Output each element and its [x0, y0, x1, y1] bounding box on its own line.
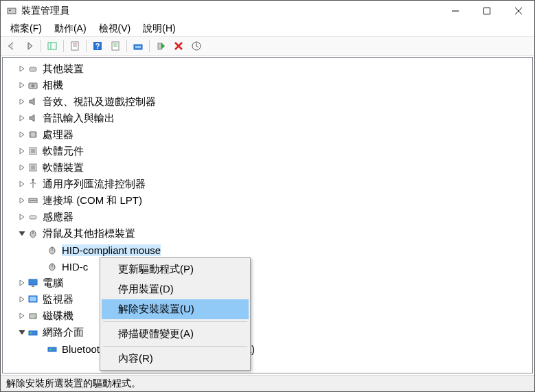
device-tree[interactable]: 其他裝置相機音效、視訊及遊戲控制器音訊輸入與輸出處理器軟體元件軟體裝置通用序列匯… [2, 57, 533, 373]
update-driver-icon[interactable] [130, 38, 146, 54]
uninstall-icon[interactable] [170, 38, 187, 54]
action-icon[interactable] [107, 38, 124, 54]
category-label: 連接埠 (COM 和 LPT) [43, 194, 142, 207]
close-button[interactable] [503, 1, 534, 21]
ctx-scan-hardware[interactable]: 掃描硬體變更(A) [102, 324, 249, 344]
tree-device[interactable]: Bluetooth Device (Personal Area Network) [3, 341, 532, 357]
svg-rect-31 [31, 165, 35, 170]
expander-icon[interactable] [16, 181, 27, 187]
tree-category[interactable]: 連接埠 (COM 和 LPT) [3, 192, 532, 209]
svg-rect-37 [30, 216, 36, 219]
device-category-icon [27, 228, 40, 239]
tree-category[interactable]: 音效、視訊及遊戲控制器 [3, 93, 532, 110]
title-bar: 裝置管理員 [1, 1, 534, 21]
menu-action[interactable]: 動作(A) [50, 21, 91, 36]
category-label: 相機 [43, 79, 63, 92]
help-icon[interactable]: ? [89, 38, 106, 54]
category-label: 通用序列匯流排控制器 [43, 178, 146, 191]
properties-icon[interactable] [67, 38, 83, 54]
svg-rect-48 [30, 314, 36, 319]
device-category-icon [27, 310, 40, 321]
svg-rect-51 [30, 332, 32, 334]
enable-device-icon[interactable] [152, 38, 169, 54]
forward-button[interactable] [21, 38, 38, 54]
show-hide-tree-button[interactable] [44, 38, 60, 54]
svg-point-36 [34, 200, 36, 201]
svg-point-35 [32, 200, 34, 201]
expander-icon[interactable] [16, 82, 27, 89]
expander-icon[interactable] [16, 131, 27, 138]
app-icon [6, 5, 17, 16]
tree-category[interactable]: 相機 [3, 77, 532, 93]
expander-icon[interactable] [16, 65, 27, 72]
ctx-update-driver[interactable]: 更新驅動程式(P) [102, 260, 249, 279]
scan-hardware-icon[interactable] [188, 38, 205, 54]
svg-rect-1 [9, 10, 11, 11]
tree-category[interactable]: 軟體裝置 [3, 159, 532, 176]
svg-rect-29 [31, 149, 35, 153]
expander-icon[interactable] [16, 214, 27, 220]
svg-rect-20 [30, 67, 36, 71]
menu-view[interactable]: 檢視(V) [95, 21, 135, 36]
expander-icon[interactable] [16, 164, 27, 171]
ctx-disable-device[interactable]: 停用裝置(D) [102, 279, 249, 299]
device-category-icon [27, 129, 40, 140]
tree-category[interactable]: 處理器 [3, 126, 532, 143]
device-category-icon [27, 146, 40, 157]
expander-icon[interactable] [16, 148, 27, 154]
tree-device[interactable]: HID-compliant mouse [3, 242, 532, 258]
tree-category[interactable]: 磁碟機 [3, 308, 532, 324]
category-label: 電腦 [43, 277, 63, 290]
tree-category[interactable]: 通用序列匯流排控制器 [3, 176, 532, 192]
device-category-icon [27, 178, 40, 189]
menu-bar: 檔案(F) 動作(A) 檢視(V) 說明(H) [1, 21, 534, 36]
svg-rect-18 [158, 43, 161, 49]
expander-icon[interactable] [16, 197, 27, 204]
tree-category[interactable]: 感應器 [3, 209, 532, 225]
expander-icon[interactable] [16, 230, 27, 237]
tree-category[interactable]: 監視器 [3, 291, 532, 308]
device-icon [47, 244, 59, 255]
ctx-divider [103, 346, 247, 347]
category-label: 處理器 [43, 128, 73, 141]
tree-category[interactable]: 電腦 [3, 275, 532, 291]
window-title: 裝置管理員 [21, 5, 440, 17]
ctx-properties[interactable]: 內容(R) [102, 349, 249, 369]
category-label: 磁碟機 [43, 310, 73, 323]
device-category-icon [27, 162, 40, 173]
ctx-uninstall-device[interactable]: 解除安裝裝置(U) [102, 299, 249, 319]
expander-icon[interactable] [16, 312, 27, 319]
svg-rect-0 [8, 8, 16, 14]
tree-category[interactable]: 音訊輸入與輸出 [3, 110, 532, 126]
expander-icon[interactable] [16, 115, 27, 122]
device-icon [47, 343, 59, 354]
expander-icon[interactable] [16, 296, 27, 303]
svg-text:?: ? [95, 42, 100, 50]
menu-file[interactable]: 檔案(F) [6, 21, 46, 36]
expander-icon[interactable] [16, 279, 27, 286]
menu-help[interactable]: 說明(H) [139, 21, 179, 36]
svg-point-49 [34, 316, 36, 318]
tree-category[interactable]: 軟體元件 [3, 143, 532, 159]
tree-device[interactable]: HID-c [3, 258, 532, 275]
svg-point-22 [32, 84, 35, 88]
device-label: HID-c [62, 261, 88, 273]
expander-icon[interactable] [16, 98, 27, 105]
device-category-icon [27, 113, 40, 124]
back-button[interactable] [3, 38, 20, 54]
minimize-button[interactable] [440, 1, 471, 21]
toolbar: ? [1, 36, 534, 56]
tree-category[interactable]: 其他裝置 [3, 60, 532, 77]
category-label: 音訊輸入與輸出 [43, 112, 115, 125]
category-label: 滑鼠及其他指標裝置 [43, 227, 135, 240]
category-label: 監視器 [43, 293, 73, 306]
maximize-button[interactable] [471, 1, 503, 21]
device-category-icon [27, 211, 40, 222]
device-category-icon [27, 277, 40, 288]
svg-rect-17 [135, 46, 141, 48]
expander-icon[interactable] [16, 329, 27, 336]
category-label: 其他裝置 [43, 62, 84, 76]
tree-category[interactable]: 網路介面 [3, 324, 532, 341]
svg-rect-3 [484, 8, 490, 14]
tree-category[interactable]: 滑鼠及其他指標裝置 [3, 225, 532, 242]
